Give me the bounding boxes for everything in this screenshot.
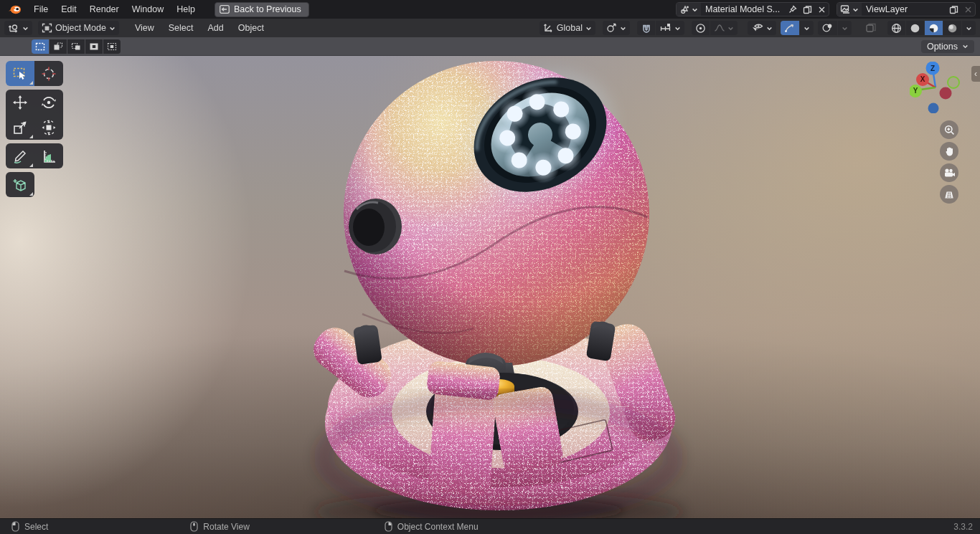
zoom-button[interactable] bbox=[940, 120, 958, 139]
menu-file[interactable]: File bbox=[27, 2, 55, 16]
scene-unlink-button[interactable] bbox=[815, 3, 829, 16]
scene-name[interactable]: Material Model S... bbox=[701, 4, 786, 14]
middle-mouse-icon bbox=[190, 521, 198, 532]
svg-text:Y: Y bbox=[913, 87, 918, 95]
tool-add-cube[interactable] bbox=[6, 172, 34, 197]
menu-render[interactable]: Render bbox=[83, 2, 126, 16]
shading-solid-button[interactable] bbox=[906, 21, 924, 35]
menu-view[interactable]: View bbox=[128, 21, 161, 35]
falloff-curve-icon bbox=[714, 23, 725, 33]
editor-type-selector[interactable] bbox=[4, 21, 32, 35]
viewlayer-new-button[interactable] bbox=[946, 3, 961, 16]
select-mode-invert-button[interactable] bbox=[85, 39, 103, 54]
viewlayer-name[interactable]: ViewLayer bbox=[862, 4, 946, 14]
snap-toggle-button[interactable] bbox=[637, 21, 655, 35]
select-mode-group bbox=[32, 39, 121, 54]
shading-wireframe-button[interactable] bbox=[887, 21, 905, 35]
overlays-icon bbox=[821, 23, 834, 33]
toolbar bbox=[6, 61, 63, 197]
scene-widget: Material Model S... bbox=[676, 2, 829, 16]
viewlayer-widget: ViewLayer bbox=[837, 2, 976, 16]
xray-icon bbox=[865, 23, 877, 33]
menu-object[interactable]: Object bbox=[231, 21, 271, 35]
proportional-falloff-selector[interactable] bbox=[710, 21, 738, 35]
sidebar-collapse-arrow[interactable]: ‹ bbox=[971, 66, 980, 82]
show-gizmos-toggle[interactable] bbox=[781, 21, 799, 35]
chevron-down-icon bbox=[692, 6, 698, 13]
tool-move[interactable] bbox=[6, 90, 34, 115]
mode-selector[interactable]: Object Mode bbox=[38, 21, 119, 35]
select-mode-extend-button[interactable] bbox=[50, 39, 67, 54]
viewport-header: Object Mode View Select Add Object Globa… bbox=[0, 19, 980, 37]
tool-settings-bar: Options bbox=[0, 37, 980, 56]
chevron-down-icon bbox=[804, 25, 810, 32]
select-mode-new-button[interactable] bbox=[32, 39, 49, 54]
editor-3d-viewport-icon bbox=[8, 23, 19, 33]
scene-pin-button[interactable] bbox=[786, 3, 800, 16]
snap-with-selector[interactable] bbox=[656, 21, 684, 35]
pin-icon bbox=[788, 5, 797, 14]
tool-select-box[interactable] bbox=[6, 61, 34, 86]
chevron-down-icon bbox=[962, 43, 969, 49]
scene-new-button[interactable] bbox=[800, 3, 815, 16]
tool-transform[interactable] bbox=[34, 115, 63, 140]
gizmo-axis-x[interactable]: X bbox=[916, 73, 929, 86]
shading-dropdown[interactable] bbox=[962, 21, 976, 35]
perspective-toggle-button[interactable] bbox=[940, 185, 958, 204]
hint-label: Object Context Menu bbox=[397, 522, 479, 532]
blender-logo-icon[interactable] bbox=[7, 4, 23, 15]
overlays-group bbox=[818, 21, 852, 35]
overlays-dropdown[interactable] bbox=[838, 21, 852, 35]
snap-pivot-selector[interactable] bbox=[603, 21, 630, 35]
tool-rotate[interactable] bbox=[34, 90, 63, 115]
proportional-edit-toggle[interactable] bbox=[692, 21, 710, 35]
menu-window[interactable]: Window bbox=[126, 2, 170, 16]
camera-view-button[interactable] bbox=[940, 163, 958, 182]
viewport-3d[interactable]: Z X Y ‹ bbox=[0, 56, 980, 518]
tool-cursor[interactable] bbox=[34, 61, 63, 86]
menu-select[interactable]: Select bbox=[161, 21, 201, 35]
tool-scale[interactable] bbox=[6, 115, 34, 140]
shading-material-preview-button[interactable] bbox=[925, 21, 943, 35]
chevron-down-icon bbox=[620, 25, 626, 32]
left-mouse-icon bbox=[11, 521, 19, 532]
select-mode-subtract-button[interactable] bbox=[67, 39, 85, 54]
show-overlays-toggle[interactable] bbox=[818, 21, 837, 35]
material-preview-sphere-icon bbox=[928, 23, 939, 34]
viewlayer-browse-button[interactable] bbox=[837, 3, 862, 16]
pan-button[interactable] bbox=[940, 142, 958, 161]
chevron-down-icon bbox=[22, 25, 29, 32]
transform-orientation-selector[interactable]: Global bbox=[540, 21, 595, 35]
scene-icon bbox=[679, 4, 690, 14]
snap-increment-icon bbox=[659, 23, 672, 33]
scene-browse-button[interactable] bbox=[677, 3, 701, 16]
tool-annotate[interactable] bbox=[6, 143, 34, 168]
chevron-down-icon bbox=[674, 25, 681, 32]
xray-toggle[interactable] bbox=[862, 21, 880, 35]
select-mode-intersect-button[interactable] bbox=[103, 39, 121, 54]
hint-label: Rotate View bbox=[203, 522, 249, 532]
options-dropdown[interactable]: Options bbox=[921, 40, 974, 53]
object-visibility-selector[interactable] bbox=[748, 21, 776, 35]
shading-rendered-button[interactable] bbox=[943, 21, 961, 35]
gizmo-icon bbox=[784, 23, 796, 33]
gizmo-axis-neg-y[interactable] bbox=[948, 77, 959, 88]
tool-measure[interactable] bbox=[34, 143, 63, 168]
menu-help[interactable]: Help bbox=[170, 2, 202, 16]
navigation-gizmo[interactable]: Z X Y bbox=[910, 62, 961, 113]
wireframe-sphere-icon bbox=[891, 23, 902, 34]
topbar-right: Material Model S... bbox=[676, 2, 976, 16]
back-to-previous-button[interactable]: Back to Previous bbox=[215, 2, 309, 17]
menu-add[interactable]: Add bbox=[201, 21, 231, 35]
hint-label: Select bbox=[24, 522, 48, 532]
gizmo-axis-y[interactable]: Y bbox=[910, 85, 922, 97]
topbar: File Edit Render Window Help Back to Pre… bbox=[0, 0, 980, 19]
gizmo-axis-z[interactable]: Z bbox=[926, 62, 940, 75]
pivot-point-icon bbox=[606, 23, 617, 33]
gizmo-axis-neg-x[interactable] bbox=[940, 87, 952, 100]
back-to-previous-label: Back to Previous bbox=[234, 4, 301, 14]
gizmo-axis-neg-z[interactable] bbox=[928, 103, 939, 114]
menu-edit[interactable]: Edit bbox=[55, 2, 83, 16]
chevron-down-icon bbox=[585, 25, 592, 32]
gizmos-dropdown[interactable] bbox=[800, 21, 814, 35]
